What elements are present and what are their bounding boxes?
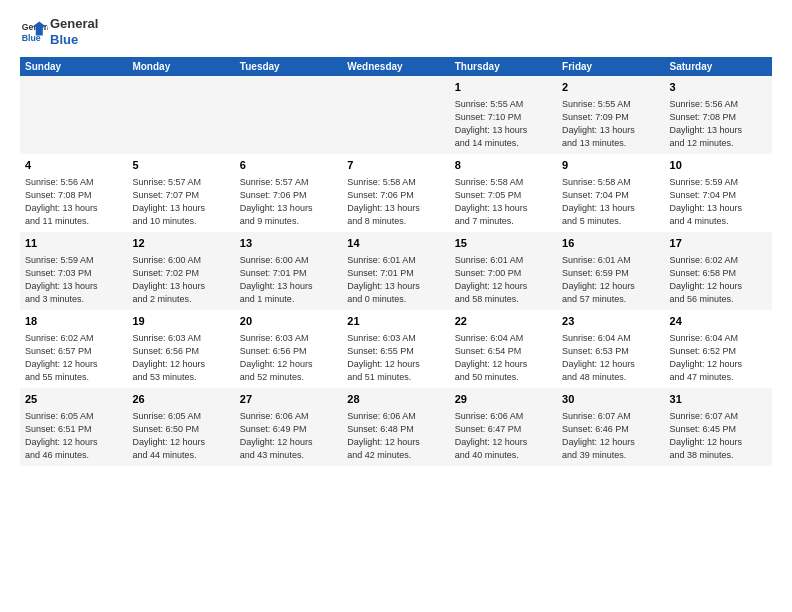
logo: General Blue General Blue — [20, 16, 98, 47]
day-cell: 28Sunrise: 6:06 AM Sunset: 6:48 PM Dayli… — [342, 388, 449, 466]
col-header-sunday: Sunday — [20, 57, 127, 76]
day-number: 6 — [240, 158, 337, 173]
day-cell: 13Sunrise: 6:00 AM Sunset: 7:01 PM Dayli… — [235, 232, 342, 310]
day-cell: 16Sunrise: 6:01 AM Sunset: 6:59 PM Dayli… — [557, 232, 664, 310]
day-number: 13 — [240, 236, 337, 251]
day-number: 26 — [132, 392, 229, 407]
week-row-1: 1Sunrise: 5:55 AM Sunset: 7:10 PM Daylig… — [20, 76, 772, 154]
day-cell: 4Sunrise: 5:56 AM Sunset: 7:08 PM Daylig… — [20, 154, 127, 232]
day-cell: 12Sunrise: 6:00 AM Sunset: 7:02 PM Dayli… — [127, 232, 234, 310]
col-header-tuesday: Tuesday — [235, 57, 342, 76]
day-cell: 5Sunrise: 5:57 AM Sunset: 7:07 PM Daylig… — [127, 154, 234, 232]
col-header-friday: Friday — [557, 57, 664, 76]
day-number: 1 — [455, 80, 552, 95]
day-cell: 26Sunrise: 6:05 AM Sunset: 6:50 PM Dayli… — [127, 388, 234, 466]
day-cell: 7Sunrise: 5:58 AM Sunset: 7:06 PM Daylig… — [342, 154, 449, 232]
day-info: Sunrise: 6:01 AM Sunset: 7:01 PM Dayligh… — [347, 254, 444, 306]
week-row-5: 25Sunrise: 6:05 AM Sunset: 6:51 PM Dayli… — [20, 388, 772, 466]
day-info: Sunrise: 6:03 AM Sunset: 6:56 PM Dayligh… — [240, 332, 337, 384]
day-info: Sunrise: 6:07 AM Sunset: 6:45 PM Dayligh… — [670, 410, 767, 462]
day-info: Sunrise: 6:04 AM Sunset: 6:54 PM Dayligh… — [455, 332, 552, 384]
day-cell: 27Sunrise: 6:06 AM Sunset: 6:49 PM Dayli… — [235, 388, 342, 466]
day-number: 22 — [455, 314, 552, 329]
calendar-table: SundayMondayTuesdayWednesdayThursdayFrid… — [20, 57, 772, 466]
day-cell: 24Sunrise: 6:04 AM Sunset: 6:52 PM Dayli… — [665, 310, 772, 388]
day-info: Sunrise: 5:56 AM Sunset: 7:08 PM Dayligh… — [25, 176, 122, 228]
day-number: 8 — [455, 158, 552, 173]
day-number: 11 — [25, 236, 122, 251]
day-cell: 23Sunrise: 6:04 AM Sunset: 6:53 PM Dayli… — [557, 310, 664, 388]
day-info: Sunrise: 6:04 AM Sunset: 6:52 PM Dayligh… — [670, 332, 767, 384]
day-info: Sunrise: 6:02 AM Sunset: 6:57 PM Dayligh… — [25, 332, 122, 384]
day-number: 10 — [670, 158, 767, 173]
day-info: Sunrise: 5:59 AM Sunset: 7:04 PM Dayligh… — [670, 176, 767, 228]
day-number: 9 — [562, 158, 659, 173]
calendar-page: General Blue General Blue SundayMondayTu… — [0, 0, 792, 612]
day-info: Sunrise: 6:07 AM Sunset: 6:46 PM Dayligh… — [562, 410, 659, 462]
day-cell: 6Sunrise: 5:57 AM Sunset: 7:06 PM Daylig… — [235, 154, 342, 232]
week-row-4: 18Sunrise: 6:02 AM Sunset: 6:57 PM Dayli… — [20, 310, 772, 388]
day-info: Sunrise: 6:06 AM Sunset: 6:48 PM Dayligh… — [347, 410, 444, 462]
day-info: Sunrise: 5:58 AM Sunset: 7:05 PM Dayligh… — [455, 176, 552, 228]
day-info: Sunrise: 5:59 AM Sunset: 7:03 PM Dayligh… — [25, 254, 122, 306]
day-cell: 11Sunrise: 5:59 AM Sunset: 7:03 PM Dayli… — [20, 232, 127, 310]
day-info: Sunrise: 6:03 AM Sunset: 6:56 PM Dayligh… — [132, 332, 229, 384]
day-cell: 18Sunrise: 6:02 AM Sunset: 6:57 PM Dayli… — [20, 310, 127, 388]
col-header-saturday: Saturday — [665, 57, 772, 76]
day-cell: 9Sunrise: 5:58 AM Sunset: 7:04 PM Daylig… — [557, 154, 664, 232]
day-cell: 20Sunrise: 6:03 AM Sunset: 6:56 PM Dayli… — [235, 310, 342, 388]
day-info: Sunrise: 5:58 AM Sunset: 7:06 PM Dayligh… — [347, 176, 444, 228]
day-number: 29 — [455, 392, 552, 407]
day-cell: 29Sunrise: 6:06 AM Sunset: 6:47 PM Dayli… — [450, 388, 557, 466]
day-info: Sunrise: 6:05 AM Sunset: 6:51 PM Dayligh… — [25, 410, 122, 462]
day-info: Sunrise: 6:02 AM Sunset: 6:58 PM Dayligh… — [670, 254, 767, 306]
day-number: 27 — [240, 392, 337, 407]
day-cell: 14Sunrise: 6:01 AM Sunset: 7:01 PM Dayli… — [342, 232, 449, 310]
day-info: Sunrise: 5:58 AM Sunset: 7:04 PM Dayligh… — [562, 176, 659, 228]
day-cell: 8Sunrise: 5:58 AM Sunset: 7:05 PM Daylig… — [450, 154, 557, 232]
day-cell: 1Sunrise: 5:55 AM Sunset: 7:10 PM Daylig… — [450, 76, 557, 154]
day-cell: 19Sunrise: 6:03 AM Sunset: 6:56 PM Dayli… — [127, 310, 234, 388]
day-cell: 25Sunrise: 6:05 AM Sunset: 6:51 PM Dayli… — [20, 388, 127, 466]
header: General Blue General Blue — [20, 16, 772, 47]
day-info: Sunrise: 6:03 AM Sunset: 6:55 PM Dayligh… — [347, 332, 444, 384]
day-cell: 15Sunrise: 6:01 AM Sunset: 7:00 PM Dayli… — [450, 232, 557, 310]
day-info: Sunrise: 6:01 AM Sunset: 6:59 PM Dayligh… — [562, 254, 659, 306]
day-number: 12 — [132, 236, 229, 251]
day-cell: 30Sunrise: 6:07 AM Sunset: 6:46 PM Dayli… — [557, 388, 664, 466]
day-number: 16 — [562, 236, 659, 251]
day-cell — [127, 76, 234, 154]
day-info: Sunrise: 6:06 AM Sunset: 6:49 PM Dayligh… — [240, 410, 337, 462]
day-info: Sunrise: 5:57 AM Sunset: 7:07 PM Dayligh… — [132, 176, 229, 228]
svg-text:General: General — [22, 22, 48, 32]
day-number: 5 — [132, 158, 229, 173]
logo-icon: General Blue — [20, 18, 48, 46]
day-number: 17 — [670, 236, 767, 251]
day-number: 20 — [240, 314, 337, 329]
day-number: 3 — [670, 80, 767, 95]
week-row-3: 11Sunrise: 5:59 AM Sunset: 7:03 PM Dayli… — [20, 232, 772, 310]
day-number: 4 — [25, 158, 122, 173]
day-number: 19 — [132, 314, 229, 329]
day-cell: 17Sunrise: 6:02 AM Sunset: 6:58 PM Dayli… — [665, 232, 772, 310]
day-info: Sunrise: 6:00 AM Sunset: 7:01 PM Dayligh… — [240, 254, 337, 306]
day-info: Sunrise: 5:56 AM Sunset: 7:08 PM Dayligh… — [670, 98, 767, 150]
day-cell: 3Sunrise: 5:56 AM Sunset: 7:08 PM Daylig… — [665, 76, 772, 154]
header-row: SundayMondayTuesdayWednesdayThursdayFrid… — [20, 57, 772, 76]
day-cell — [20, 76, 127, 154]
day-cell — [342, 76, 449, 154]
day-cell: 22Sunrise: 6:04 AM Sunset: 6:54 PM Dayli… — [450, 310, 557, 388]
day-info: Sunrise: 5:55 AM Sunset: 7:10 PM Dayligh… — [455, 98, 552, 150]
day-info: Sunrise: 5:55 AM Sunset: 7:09 PM Dayligh… — [562, 98, 659, 150]
col-header-monday: Monday — [127, 57, 234, 76]
day-number: 23 — [562, 314, 659, 329]
day-number: 31 — [670, 392, 767, 407]
day-number: 30 — [562, 392, 659, 407]
logo-text-line2: Blue — [50, 32, 98, 48]
day-cell: 21Sunrise: 6:03 AM Sunset: 6:55 PM Dayli… — [342, 310, 449, 388]
day-number: 2 — [562, 80, 659, 95]
day-info: Sunrise: 6:04 AM Sunset: 6:53 PM Dayligh… — [562, 332, 659, 384]
day-cell: 10Sunrise: 5:59 AM Sunset: 7:04 PM Dayli… — [665, 154, 772, 232]
day-number: 7 — [347, 158, 444, 173]
col-header-wednesday: Wednesday — [342, 57, 449, 76]
